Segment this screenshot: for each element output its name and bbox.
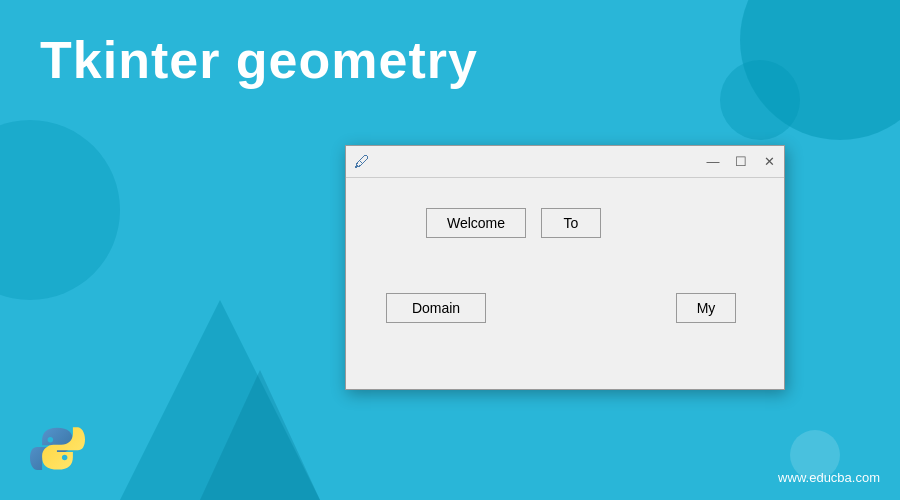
bg-triangle-left2 bbox=[200, 370, 320, 500]
to-button[interactable]: To bbox=[541, 208, 601, 238]
python-logo bbox=[30, 425, 85, 480]
my-button[interactable]: My bbox=[676, 293, 736, 323]
minimize-button[interactable]: — bbox=[706, 155, 720, 168]
domain-button[interactable]: Domain bbox=[386, 293, 486, 323]
window-content: Welcome To Domain My bbox=[346, 178, 784, 389]
tkinter-window: 🖊 — ☐ ✕ Welcome To Domain My bbox=[345, 145, 785, 390]
bg-circle-small-top-right bbox=[720, 60, 800, 140]
window-icon: 🖊 bbox=[354, 153, 370, 171]
window-controls: — ☐ ✕ bbox=[706, 155, 776, 168]
window-titlebar-left: 🖊 bbox=[354, 153, 370, 171]
window-titlebar: 🖊 — ☐ ✕ bbox=[346, 146, 784, 178]
bg-circle-left bbox=[0, 120, 120, 300]
page-title: Tkinter geometry bbox=[40, 30, 478, 90]
maximize-button[interactable]: ☐ bbox=[734, 155, 748, 168]
close-button[interactable]: ✕ bbox=[762, 155, 776, 168]
website-label: www.educba.com bbox=[778, 470, 880, 485]
welcome-button[interactable]: Welcome bbox=[426, 208, 526, 238]
